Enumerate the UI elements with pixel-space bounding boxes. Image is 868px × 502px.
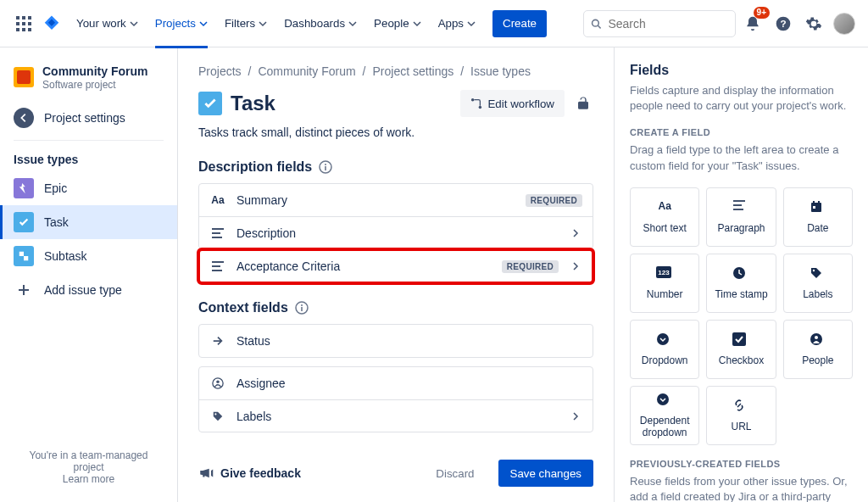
breadcrumb-project[interactable]: Community Forum — [258, 64, 355, 78]
sidebar-learn-more-link[interactable]: Learn more — [63, 473, 114, 485]
help-icon: ? — [775, 15, 792, 32]
paragraph-icon — [209, 258, 226, 275]
svg-rect-0 — [16, 16, 19, 20]
discard-button[interactable]: Discard — [426, 460, 484, 487]
help-button[interactable]: ? — [770, 10, 797, 37]
svg-rect-6 — [16, 28, 19, 31]
tile-labels[interactable]: Labels — [783, 254, 853, 313]
sidebar-item-project-settings-back[interactable]: Project settings — [0, 101, 177, 135]
settings-button[interactable] — [800, 10, 827, 37]
epic-icon — [14, 178, 34, 198]
unlock-icon[interactable] — [573, 93, 593, 114]
search-box[interactable] — [583, 10, 736, 37]
svg-point-43 — [657, 333, 669, 345]
svg-rect-28 — [301, 307, 303, 311]
nav-apps[interactable]: Apps — [431, 10, 482, 37]
create-button[interactable]: Create — [492, 10, 547, 37]
clock-icon — [732, 266, 749, 283]
tile-label: URL — [731, 421, 751, 432]
sidebar-item-task[interactable]: Task — [0, 205, 177, 239]
svg-rect-35 — [811, 203, 821, 212]
field-row-summary[interactable]: Aa Summary REQUIRED — [199, 184, 593, 216]
tile-number[interactable]: 123Number — [630, 254, 699, 313]
sidebar-section-issue-types: Issue types — [0, 146, 177, 171]
svg-rect-23 — [212, 261, 224, 263]
svg-point-47 — [657, 393, 669, 405]
person-icon — [810, 332, 826, 349]
chevron-down-icon — [130, 20, 138, 28]
breadcrumb-settings[interactable]: Project settings — [373, 64, 454, 78]
chevron-down-icon — [199, 20, 208, 28]
jira-logo-icon — [41, 13, 63, 35]
field-label: Status — [236, 334, 582, 348]
apps-icon — [16, 16, 31, 31]
tile-people[interactable]: People — [783, 320, 853, 379]
section-context-fields: Context fields — [198, 300, 593, 315]
notif-badge: 9+ — [754, 7, 770, 19]
sidebar-item-epic[interactable]: Epic — [0, 171, 177, 205]
tile-timestamp[interactable]: Time stamp — [706, 254, 776, 313]
person-icon — [209, 375, 226, 392]
sidebar-item-label: Add issue type — [44, 283, 122, 297]
task-icon — [14, 212, 34, 232]
project-title: Community Forum — [42, 64, 147, 79]
tile-short-text[interactable]: AaShort text — [630, 187, 699, 247]
nav-filters[interactable]: Filters — [218, 10, 274, 37]
tile-label: Time stamp — [715, 288, 767, 300]
tile-label: Labels — [803, 288, 832, 300]
tile-checkbox[interactable]: Checkbox — [706, 320, 776, 379]
svg-rect-13 — [19, 252, 24, 256]
tile-paragraph[interactable]: Paragraph — [706, 187, 776, 247]
nav-label: Apps — [438, 17, 464, 30]
task-icon — [198, 92, 222, 115]
sidebar-footer-text: You're in a team-managed project — [14, 449, 164, 473]
save-changes-button[interactable]: Save changes — [498, 460, 593, 487]
app-switcher[interactable] — [10, 10, 37, 37]
edit-workflow-button[interactable]: Edit workflow — [460, 90, 565, 117]
nav-dashboards[interactable]: Dashboards — [277, 10, 364, 37]
tile-label: Number — [647, 288, 683, 300]
profile-avatar[interactable] — [831, 10, 858, 37]
nav-people[interactable]: People — [367, 10, 428, 37]
nav-your-work[interactable]: Your work — [70, 10, 145, 37]
svg-rect-2 — [28, 16, 31, 20]
field-label: Acceptance Criteria — [236, 259, 492, 273]
tile-dependent-dropdown[interactable]: Dependent dropdown — [630, 386, 699, 445]
tile-date[interactable]: Date — [783, 187, 853, 247]
field-row-status[interactable]: Status — [199, 325, 593, 357]
info-icon[interactable] — [295, 301, 309, 315]
field-row-assignee[interactable]: Assignee — [199, 367, 593, 399]
svg-text:?: ? — [780, 18, 786, 29]
breadcrumb-projects[interactable]: Projects — [198, 64, 242, 78]
field-row-description[interactable]: Description — [199, 216, 593, 248]
tile-url[interactable]: URL — [706, 386, 776, 445]
issuetype-description: Tasks track small, distinct pieces of wo… — [198, 126, 593, 139]
search-input[interactable] — [606, 16, 728, 31]
chevron-right-icon — [569, 410, 582, 423]
svg-rect-24 — [212, 265, 220, 267]
rightpanel-title: Fields — [630, 63, 853, 78]
give-feedback-button[interactable]: Give feedback — [198, 466, 301, 481]
nav-projects[interactable]: Projects — [148, 10, 214, 37]
svg-point-15 — [471, 98, 475, 102]
nav-label: Your work — [76, 17, 126, 30]
tile-dropdown[interactable]: Dropdown — [630, 320, 699, 379]
breadcrumb: Projects/ Community Forum/ Project setti… — [198, 64, 593, 78]
notifications-button[interactable]: 9+ — [739, 10, 766, 37]
rightpanel-create-desc: Drag a field type to the left area to cr… — [630, 142, 853, 173]
info-icon[interactable] — [319, 160, 332, 174]
sidebar-item-add-issue-type[interactable]: Add issue type — [0, 273, 177, 307]
nav-label: People — [374, 17, 409, 30]
breadcrumb-issue-types[interactable]: Issue types — [470, 64, 531, 78]
svg-rect-34 — [733, 209, 743, 210]
field-row-acceptance-criteria[interactable]: Acceptance Criteria REQUIRED — [199, 250, 593, 282]
field-row-labels[interactable]: Labels — [199, 399, 593, 432]
nav-label: Filters — [225, 17, 255, 30]
svg-point-46 — [815, 336, 818, 339]
svg-point-16 — [479, 106, 482, 109]
sidebar-item-subtask[interactable]: Subtask — [0, 239, 177, 273]
plus-icon — [14, 280, 34, 300]
page-title: Task — [231, 92, 452, 115]
rightpanel-prev-desc: Reuse fields from your other issue types… — [630, 474, 853, 502]
megaphone-icon — [198, 466, 214, 481]
